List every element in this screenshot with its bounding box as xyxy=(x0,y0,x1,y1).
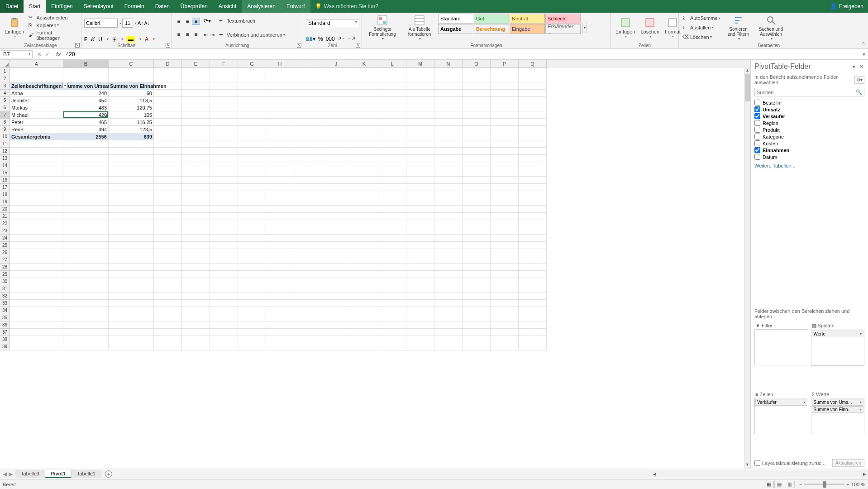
cell[interactable] xyxy=(378,119,406,126)
cell[interactable] xyxy=(406,242,434,249)
cell[interactable] xyxy=(463,329,491,336)
cell[interactable] xyxy=(378,329,406,336)
cell[interactable] xyxy=(10,307,63,314)
cell[interactable] xyxy=(154,321,182,329)
cell[interactable] xyxy=(406,119,434,126)
cell[interactable] xyxy=(350,220,378,227)
cell[interactable] xyxy=(491,133,519,140)
cell[interactable] xyxy=(10,140,63,148)
cell[interactable]: 483 xyxy=(63,104,109,111)
cell[interactable] xyxy=(322,148,350,155)
cell[interactable] xyxy=(294,307,322,314)
cell[interactable] xyxy=(463,104,491,111)
cell[interactable] xyxy=(182,321,210,329)
row-header[interactable]: 18 xyxy=(0,191,10,198)
cell[interactable] xyxy=(491,314,519,321)
row-header[interactable]: 17 xyxy=(0,184,10,191)
cell[interactable] xyxy=(378,249,406,256)
cell[interactable] xyxy=(154,104,182,111)
cell[interactable] xyxy=(238,336,266,343)
cell[interactable] xyxy=(294,314,322,321)
cell[interactable] xyxy=(519,329,547,336)
cell[interactable] xyxy=(154,155,182,162)
cell[interactable] xyxy=(434,133,463,140)
cell[interactable] xyxy=(109,321,154,329)
cell[interactable] xyxy=(63,307,109,314)
cell[interactable] xyxy=(463,155,491,162)
cell[interactable] xyxy=(322,278,350,285)
cell[interactable] xyxy=(266,278,294,285)
dialog-launcher[interactable]: ⬊ xyxy=(75,43,80,48)
cell[interactable] xyxy=(266,321,294,329)
cell[interactable] xyxy=(463,148,491,155)
cell[interactable]: 116,25 xyxy=(109,119,154,126)
font-color-button[interactable]: A xyxy=(145,36,148,43)
cell[interactable] xyxy=(434,278,463,285)
cell[interactable] xyxy=(434,148,463,155)
cell[interactable] xyxy=(266,169,294,177)
merge-center-button[interactable]: ⬌Verbinden und zentrieren▾ xyxy=(217,31,287,38)
cell[interactable] xyxy=(238,300,266,307)
cell[interactable] xyxy=(434,169,463,177)
cell[interactable] xyxy=(519,126,547,133)
cell[interactable] xyxy=(463,256,491,264)
cell[interactable] xyxy=(238,271,266,278)
cell[interactable] xyxy=(266,271,294,278)
cell[interactable] xyxy=(238,314,266,321)
filter-area[interactable]: ▼Filter xyxy=(754,322,808,388)
cell[interactable] xyxy=(406,213,434,220)
cell[interactable] xyxy=(378,133,406,140)
sheet-tab[interactable]: Tabelle3 xyxy=(15,470,45,478)
cell[interactable] xyxy=(350,256,378,264)
cell[interactable] xyxy=(491,82,519,90)
cell[interactable]: 420 xyxy=(63,111,109,119)
scroll-left-button[interactable]: ◀ xyxy=(651,472,658,476)
cell[interactable] xyxy=(434,198,463,206)
cell[interactable] xyxy=(378,271,406,278)
row-header[interactable]: 35 xyxy=(0,314,10,321)
cell[interactable] xyxy=(266,177,294,184)
cell[interactable] xyxy=(210,220,238,227)
cell[interactable] xyxy=(378,90,406,97)
cell[interactable] xyxy=(63,184,109,191)
cell[interactable] xyxy=(294,300,322,307)
column-header[interactable]: J xyxy=(322,60,350,68)
cell[interactable] xyxy=(434,191,463,198)
cell[interactable] xyxy=(210,256,238,264)
row-header[interactable]: 4 xyxy=(0,90,10,97)
cell[interactable] xyxy=(519,220,547,227)
expand-formula-bar-button[interactable]: ▾ xyxy=(860,51,868,58)
cell[interactable] xyxy=(182,213,210,220)
cell[interactable] xyxy=(463,213,491,220)
cell[interactable]: 240 xyxy=(63,90,109,97)
cell[interactable] xyxy=(182,169,210,177)
cell[interactable] xyxy=(350,90,378,97)
cell-styles-gallery[interactable]: Standard Gut Neutral Schlecht Ausgabe Be… xyxy=(438,14,581,42)
cell[interactable] xyxy=(491,111,519,119)
cell[interactable] xyxy=(10,177,63,184)
style-berechnung[interactable]: Berechnung xyxy=(474,24,509,34)
sheet-tab[interactable]: Pivot1 xyxy=(45,470,72,478)
cell[interactable] xyxy=(463,90,491,97)
cell[interactable] xyxy=(109,278,154,285)
cell[interactable] xyxy=(519,235,547,242)
columns-area[interactable]: ▦Spalten Werte▾ xyxy=(811,322,865,388)
cell[interactable] xyxy=(109,329,154,336)
filter-dropdown-button[interactable] xyxy=(62,83,68,88)
field-search-input[interactable]: 🔍 xyxy=(754,88,864,96)
cell[interactable] xyxy=(109,177,154,184)
cell[interactable] xyxy=(238,321,266,329)
cell[interactable] xyxy=(519,111,547,119)
cell[interactable] xyxy=(434,140,463,148)
cell[interactable] xyxy=(210,300,238,307)
field-checkbox[interactable] xyxy=(754,106,760,112)
cell[interactable] xyxy=(238,82,266,90)
cell[interactable] xyxy=(109,213,154,220)
row-header[interactable]: 25 xyxy=(0,242,10,249)
cell[interactable] xyxy=(182,119,210,126)
cell[interactable] xyxy=(378,162,406,169)
cell[interactable] xyxy=(463,235,491,242)
tab-entwurf[interactable]: Entwurf xyxy=(281,0,310,13)
pivot-field-item[interactable]: Bestellnr xyxy=(754,99,864,106)
cell[interactable] xyxy=(63,140,109,148)
